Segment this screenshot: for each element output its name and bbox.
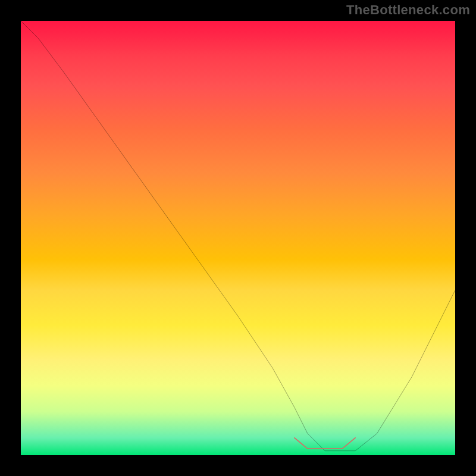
bottleneck-curve-path xyxy=(21,21,455,451)
chart-frame: TheBottleneck.com xyxy=(0,0,476,476)
attribution-text: TheBottleneck.com xyxy=(346,2,470,18)
optimal-zone-path xyxy=(295,438,355,449)
plot-area xyxy=(21,21,455,455)
curve-svg xyxy=(21,21,455,455)
